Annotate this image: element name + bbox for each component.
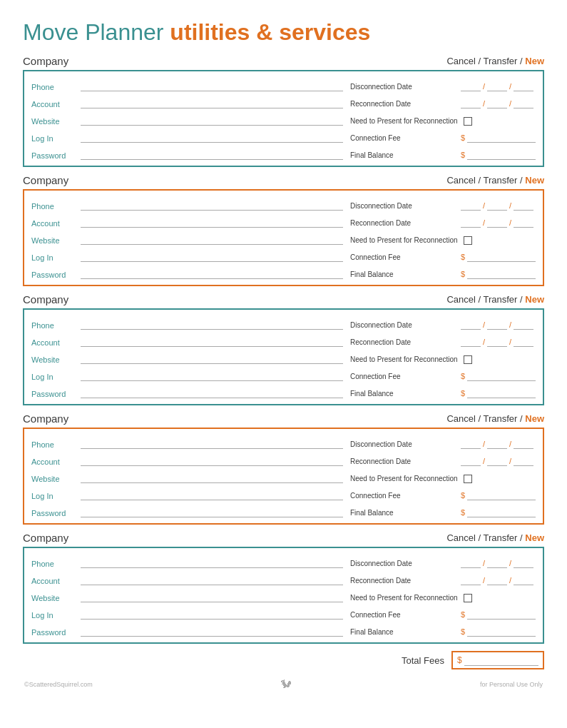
ctn-5: Cancel / Transfer / New xyxy=(446,532,544,543)
company-label-5: Company xyxy=(23,532,68,544)
card-4: Phone Account Website Log In Password Di… xyxy=(23,428,544,525)
checkbox-2[interactable] xyxy=(464,236,472,245)
website-line-1[interactable] xyxy=(81,114,343,126)
footer-right: for Personal Use Only xyxy=(480,681,543,688)
card-1-right: Disconnection Date// Reconnection Date//… xyxy=(350,76,536,161)
total-dollar-sign: $ xyxy=(457,655,462,665)
ctn-1: Cancel / Transfer / New xyxy=(446,56,544,66)
section-3: Company Cancel / Transfer / New Phone Ac… xyxy=(23,293,544,405)
section-2: Company Cancel / Transfer / New Phone Ac… xyxy=(23,174,544,286)
card-5-left: Phone Account Website Log In Password xyxy=(31,552,350,638)
title-sub: utilities & services xyxy=(170,19,370,45)
ctn-4: Cancel / Transfer / New xyxy=(446,413,544,424)
section-3-header: Company Cancel / Transfer / New xyxy=(23,293,544,305)
password-line-1[interactable] xyxy=(81,148,343,160)
card-4-right: Disconnection Date// Reconnection Date//… xyxy=(350,433,536,519)
login-line-1[interactable] xyxy=(81,131,343,143)
total-fees-label: Total Fees xyxy=(402,655,444,666)
ctn-3: Cancel / Transfer / New xyxy=(446,294,544,305)
company-label-2: Company xyxy=(23,174,68,186)
total-fees-box[interactable]: $ xyxy=(451,651,544,669)
section-4-header: Company Cancel / Transfer / New xyxy=(23,413,544,425)
page-footer: ©ScatteredSquirrel.com 🐿 for Personal Us… xyxy=(23,678,544,691)
footer-left: ©ScatteredSquirrel.com xyxy=(24,681,93,688)
card-5: Phone Account Website Log In Password Di… xyxy=(23,547,544,644)
phone-line-1[interactable] xyxy=(81,80,343,91)
checkbox-1[interactable] xyxy=(464,117,472,126)
page: Move Planner utilities & services Compan… xyxy=(0,0,567,728)
card-5-right: Disconnection Date// Reconnection Date//… xyxy=(350,552,536,638)
checkbox-3[interactable] xyxy=(464,355,472,364)
checkbox-5[interactable] xyxy=(464,594,472,602)
section-5: Company Cancel / Transfer / New Phone Ac… xyxy=(23,532,544,644)
card-2-right: Disconnection Date// Reconnection Date//… xyxy=(350,195,536,280)
checkbox-4[interactable] xyxy=(464,475,472,483)
title-main: Move Planner xyxy=(23,19,170,45)
card-1: Phone Account Website Log In Password Di… xyxy=(23,70,544,167)
card-3-left: Phone Account Website Log In Password xyxy=(31,314,350,400)
page-title: Move Planner utilities & services xyxy=(23,20,544,45)
card-1-left: Phone Account Website Log In Password xyxy=(31,76,350,161)
card-4-left: Phone Account Website Log In Password xyxy=(31,433,350,519)
company-label-1: Company xyxy=(23,55,68,67)
company-label-4: Company xyxy=(23,413,68,425)
section-1-header: Company Cancel / Transfer / New xyxy=(23,55,544,67)
footer-center: 🐿 xyxy=(280,678,292,691)
company-label-3: Company xyxy=(23,293,68,305)
card-3: Phone Account Website Log In Password Di… xyxy=(23,308,544,405)
section-1: Company Cancel / Transfer / New Phone Ac… xyxy=(23,55,544,167)
section-5-header: Company Cancel / Transfer / New xyxy=(23,532,544,544)
ctn-2: Cancel / Transfer / New xyxy=(446,175,544,186)
card-2: Phone Account Website Log In Password Di… xyxy=(23,189,544,286)
section-4: Company Cancel / Transfer / New Phone Ac… xyxy=(23,413,544,525)
total-fees-row: Total Fees $ xyxy=(23,651,544,669)
card-2-left: Phone Account Website Log In Password xyxy=(31,195,350,280)
card-3-right: Disconnection Date// Reconnection Date//… xyxy=(350,314,536,400)
total-fees-line[interactable] xyxy=(464,654,538,666)
account-line-1[interactable] xyxy=(81,97,343,108)
section-2-header: Company Cancel / Transfer / New xyxy=(23,174,544,186)
